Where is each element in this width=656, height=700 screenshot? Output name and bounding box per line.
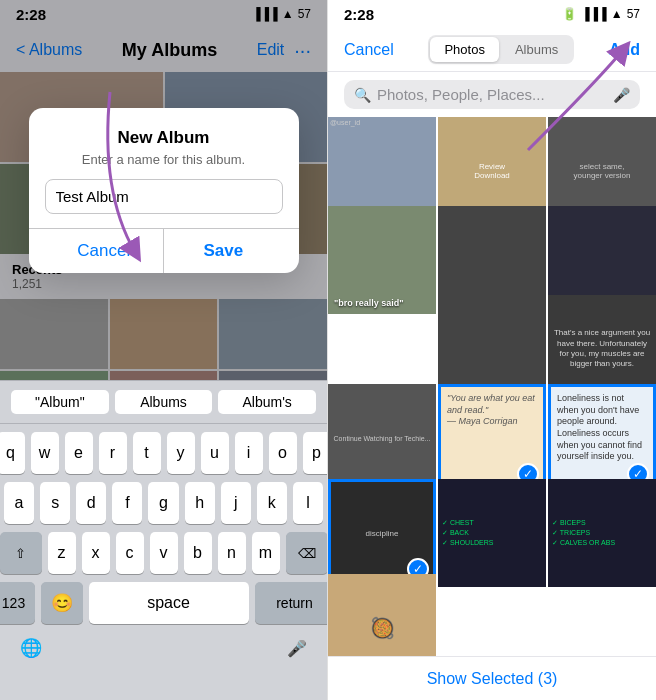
right-signal-icon: ▐▐▐	[581, 7, 607, 21]
key-l[interactable]: l	[293, 482, 323, 524]
suggestion-1[interactable]: "Album"	[11, 390, 109, 414]
key-o[interactable]: o	[269, 432, 297, 474]
photo-cell-selected-1[interactable]: "You are what you eat and read." — Maya …	[438, 384, 546, 492]
return-key[interactable]: return	[255, 582, 329, 624]
right-nav: Cancel Photos Albums Add	[328, 28, 656, 72]
shift-key[interactable]: ⇧	[0, 532, 42, 574]
photo-grid: @user_id Comments ReviewDownload select …	[328, 117, 656, 661]
keyboard-suggestions: "Album" Albums Album's	[0, 380, 327, 424]
photo-cell[interactable]: ✓ CHEST✓ BACK✓ SHOULDERS	[438, 479, 546, 587]
keyboard-rows: q w e r t y u i o p a s d f g h j k	[0, 424, 327, 636]
tab-albums[interactable]: Albums	[501, 37, 572, 62]
right-status-time: 2:28	[344, 6, 374, 23]
key-x[interactable]: x	[82, 532, 110, 574]
key-y[interactable]: y	[167, 432, 195, 474]
key-q[interactable]: q	[0, 432, 25, 474]
key-t[interactable]: t	[133, 432, 161, 474]
keyboard-row-2: a s d f g h j k l	[4, 482, 323, 524]
right-wifi-icon: ▲	[611, 7, 623, 21]
search-bar: 🔍 Photos, People, Places... 🎤	[328, 72, 656, 117]
photos-albums-tabs: Photos Albums	[428, 35, 574, 64]
mic-key[interactable]: 🎤	[287, 639, 307, 658]
key-d[interactable]: d	[76, 482, 106, 524]
key-v[interactable]: v	[150, 532, 178, 574]
show-selected-text: Show Selected (3)	[427, 670, 558, 688]
search-placeholder: Photos, People, Places...	[377, 86, 607, 103]
key-p[interactable]: p	[303, 432, 329, 474]
key-j[interactable]: j	[221, 482, 251, 524]
suggestion-2[interactable]: Albums	[115, 390, 213, 414]
show-selected-bar[interactable]: Show Selected (3)	[328, 656, 656, 700]
backspace-key[interactable]: ⌫	[286, 532, 328, 574]
key-z[interactable]: z	[48, 532, 76, 574]
keyboard: "Album" Albums Album's q w e r t y u i o…	[0, 380, 327, 700]
key-w[interactable]: w	[31, 432, 59, 474]
key-b[interactable]: b	[184, 532, 212, 574]
new-album-modal: New Album Enter a name for this album. C…	[29, 108, 299, 273]
key-r[interactable]: r	[99, 432, 127, 474]
key-e[interactable]: e	[65, 432, 93, 474]
photo-cell[interactable]: ✓ BICEPS✓ TRICEPS✓ CALVES OR ABS	[548, 479, 656, 587]
key-h[interactable]: h	[185, 482, 215, 524]
cancel-button[interactable]: Cancel	[344, 41, 394, 59]
microphone-icon[interactable]: 🎤	[613, 87, 630, 103]
keyboard-bottom-bar: 🌐 🎤	[0, 636, 327, 660]
key-m[interactable]: m	[252, 532, 280, 574]
search-icon: 🔍	[354, 87, 371, 103]
key-s[interactable]: s	[40, 482, 70, 524]
photo-cell-selected-2[interactable]: Loneliness is not when you don't have pe…	[548, 384, 656, 492]
search-input-wrap[interactable]: 🔍 Photos, People, Places... 🎤	[344, 80, 640, 109]
numbers-key[interactable]: 123	[0, 582, 35, 624]
add-button[interactable]: Add	[609, 41, 640, 59]
right-status-bar: 2:28 🔋 ▐▐▐ ▲ 57	[328, 0, 656, 28]
key-n[interactable]: n	[218, 532, 246, 574]
modal-save-button[interactable]: Save	[164, 229, 283, 273]
right-panel: 2:28 🔋 ▐▐▐ ▲ 57 Cancel Photos Albums Add…	[328, 0, 656, 700]
key-a[interactable]: a	[4, 482, 34, 524]
photo-cell[interactable]: "bro really said"	[328, 206, 436, 314]
modal-buttons: Cancel Save	[45, 229, 283, 273]
modal-cancel-button[interactable]: Cancel	[45, 229, 165, 273]
right-battery-num: 57	[627, 7, 640, 21]
suggestion-3[interactable]: Album's	[218, 390, 316, 414]
right-status-icons: 🔋 ▐▐▐ ▲ 57	[562, 7, 640, 21]
photo-cell-selected-3[interactable]: discipline ✓	[328, 479, 436, 587]
keyboard-row-3: ⇧ z x c v b n m ⌫	[4, 532, 323, 574]
album-name-input[interactable]	[45, 179, 283, 214]
tab-photos[interactable]: Photos	[430, 37, 498, 62]
photo-cell[interactable]: Continue Watching for Techie...	[328, 384, 436, 492]
key-c[interactable]: c	[116, 532, 144, 574]
modal-title: New Album	[45, 128, 283, 148]
key-g[interactable]: g	[148, 482, 178, 524]
modal-overlay: New Album Enter a name for this album. C…	[0, 0, 327, 380]
left-panel: Recents 1,251 "Album" Albums Album's 2:2…	[0, 0, 328, 700]
modal-subtitle: Enter a name for this album.	[45, 152, 283, 167]
right-battery-indicator: 🔋	[562, 7, 577, 21]
keyboard-row-4: 123 😊 space return	[4, 582, 323, 624]
key-k[interactable]: k	[257, 482, 287, 524]
key-f[interactable]: f	[112, 482, 142, 524]
key-i[interactable]: i	[235, 432, 263, 474]
space-key[interactable]: space	[89, 582, 249, 624]
photo-cell[interactable]: 🥘	[328, 574, 436, 661]
key-u[interactable]: u	[201, 432, 229, 474]
keyboard-row-1: q w e r t y u i o p	[4, 432, 323, 474]
emoji-key[interactable]: 😊	[41, 582, 83, 624]
globe-key[interactable]: 🌐	[20, 637, 42, 659]
